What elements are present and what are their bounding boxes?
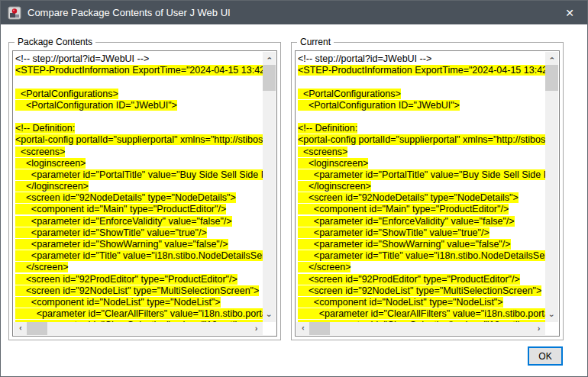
xml-line: <PortalConfiguration ID="JWebUI"> [298,100,545,111]
xml-line [298,111,545,123]
scroll-down-button[interactable]: › [545,309,558,322]
scroll-right-button[interactable]: › [532,322,545,335]
xml-line: <component id="NodeList" type="NodeList"… [15,297,263,308]
xml-line: <screen id="92ProdEditor" type="ProductE… [15,274,263,285]
xml-line: <PortalConfigurations> [15,89,263,100]
xml-line: <component id="Main" type="ProductEditor… [298,204,545,215]
scrollbar-corner [263,322,276,335]
xml-line: <portal-config portalId="supplierportal"… [298,134,545,146]
current-xml: <!-- step://portal?id=JWebUI --><STEP-Pr… [296,53,545,322]
scroll-left-button[interactable]: › [14,322,27,335]
xml-line: <STEP-ProductInformation ExportTime="202… [298,65,545,76]
package-contents-vertical-scrollbar[interactable]: › › [263,52,276,322]
window-title: Compare Package Contents of User J Web U… [27,7,231,18]
xml-line: <parameter id="ShowTitle" value="true"/> [298,227,545,239]
close-icon: ✕ [565,7,574,19]
scroll-up-button[interactable]: › [545,52,558,65]
xml-line: <!-- step://portal?id=JWebUI --> [298,53,545,65]
xml-line: <PortalConfigurations> [298,89,545,100]
xml-line: <parameter id="ClearAllFilters" value="i… [298,308,545,320]
xml-line [15,76,263,88]
xml-line: <component id="NodeList" type="NodeList"… [298,297,545,308]
title-bar: Compare Package Contents of User J Web U… [1,1,587,24]
xml-line: <screen id="92NodeDetails" type="NodeDet… [15,192,263,204]
horizontal-scroll-thumb[interactable] [27,322,47,335]
xml-line: <parameter id="Title" value="i18n.stibo.… [298,250,545,262]
chevron-left-icon: › [302,324,305,333]
package-contents-xml: <!-- step://portal?id=JWebUI --><STEP-Pr… [14,53,263,322]
chevron-right-icon: › [255,324,258,333]
package-contents-textarea[interactable]: <!-- step://portal?id=JWebUI --><STEP-Pr… [12,50,277,337]
xml-line: </loginscreen> [298,181,545,192]
xml-line [15,111,263,123]
xml-line: <parameter id="PortalTitle" value="Buy S… [298,169,545,181]
xml-line: <parameter id="ShowWarning" value="false… [298,239,545,250]
xml-line: <screen id="92NodeDetails" type="NodeDet… [298,192,545,204]
scrollbar-corner [545,322,558,335]
package-contents-horizontal-scrollbar[interactable]: › › [14,322,263,335]
xml-line: <parameter id="Title" value="i18n.stibo.… [15,250,263,262]
xml-line: <parameter id="ShowTitle" value="true"/> [15,227,263,239]
vertical-scroll-thumb[interactable] [545,65,558,91]
ok-button[interactable]: OK [528,346,563,366]
xml-line: <parameter id="EnforceValidity" value="f… [298,216,545,227]
chevron-down-icon: › [548,314,556,317]
xml-line: <screen id="92ProdEditor" type="ProductE… [298,274,545,285]
compare-dialog: Compare Package Contents of User J Web U… [0,0,588,377]
current-textarea[interactable]: <!-- step://portal?id=JWebUI --><STEP-Pr… [295,50,560,337]
package-contents-groupbox: Package Contents <!-- step://portal?id=J… [8,42,281,340]
xml-line [298,76,545,88]
xml-line: <PortalConfiguration ID="JWebUI"> [15,100,263,111]
current-label: Current [297,37,334,47]
chevron-left-icon: › [19,324,22,333]
vertical-scroll-thumb[interactable] [263,65,276,91]
scroll-up-button[interactable]: › [263,52,276,65]
xml-line: <screens> [15,147,263,158]
xml-line: <!-- step://portal?id=JWebUI --> [15,53,263,65]
xml-line: <!-- Definition: [15,123,263,134]
xml-line: <STEP-ProductInformation ExportTime="202… [15,65,263,76]
xml-line: <screens> [298,147,545,158]
xml-line: </screen> [15,262,263,273]
scroll-down-button[interactable]: › [263,309,276,322]
scroll-right-button[interactable]: › [250,322,263,335]
package-contents-label: Package Contents [15,37,95,47]
app-icon [8,6,21,20]
xml-line: </screen> [298,262,545,273]
xml-line: <parameter id="ShowWarning" value="false… [15,239,263,250]
xml-line: <screen id="92NodeList" type="MultiSelec… [298,285,545,297]
xml-line: <parameter id="ClearAllFilters" value="i… [15,308,263,320]
xml-line: <parameter id="EnforceValidity" value="f… [15,216,263,227]
chevron-up-icon: › [265,57,273,60]
current-vertical-scrollbar[interactable]: › › [545,52,558,322]
xml-line: </loginscreen> [15,181,263,192]
chevron-up-icon: › [548,57,556,60]
xml-line: <loginscreen> [298,158,545,169]
xml-line: <screen id="92NodeList" type="MultiSelec… [15,285,263,297]
xml-line: <portal-config portalId="supplierportal"… [15,134,263,146]
xml-line: <component id="Main" type="ProductEditor… [15,204,263,215]
horizontal-scroll-thumb[interactable] [309,322,330,335]
xml-line: <!-- Definition: [298,123,545,134]
xml-line: <loginscreen> [15,158,263,169]
current-groupbox: Current <!-- step://portal?id=JWebUI -->… [291,42,564,340]
xml-line: <parameter id="PortalTitle" value="Buy S… [15,169,263,181]
close-button[interactable]: ✕ [552,1,587,24]
chevron-right-icon: › [538,324,541,333]
scroll-left-button[interactable]: › [296,322,309,335]
current-horizontal-scrollbar[interactable]: › › [296,322,545,335]
chevron-down-icon: › [265,314,273,317]
